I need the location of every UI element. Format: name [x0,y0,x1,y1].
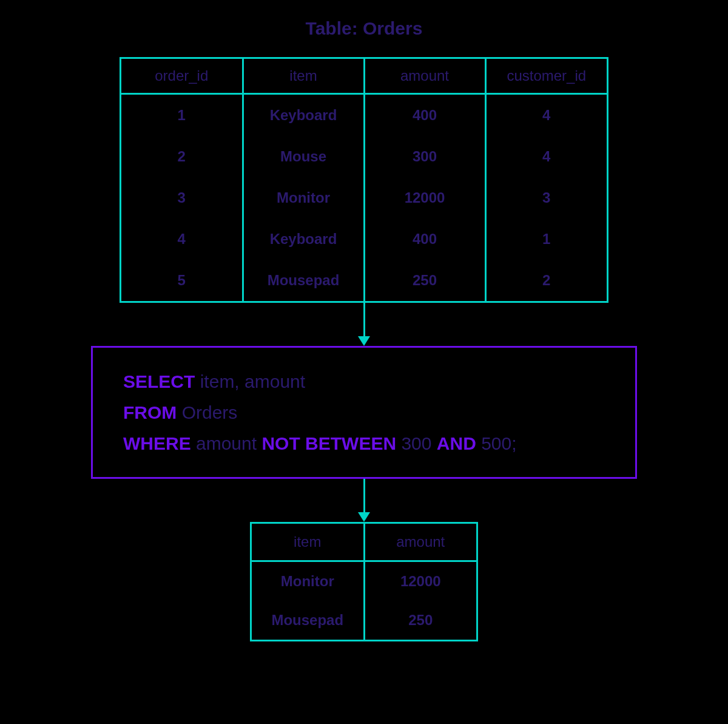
col-amount: amount [364,59,485,94]
cell: Monitor [252,561,364,601]
table-row: 3 Monitor 12000 3 [121,177,607,218]
kw-and: AND [437,433,476,453]
cell: Keyboard [243,218,364,260]
table-row: Monitor 12000 [252,561,476,601]
kw-select: SELECT [123,371,195,391]
cell: Mousepad [243,260,364,301]
table-title: Table: Orders [306,18,423,39]
cell: Mouse [243,136,364,177]
result-table: item amount Monitor 12000 Mousepad 250 [252,524,476,640]
cell: 400 [364,94,485,137]
res-col-item: item [252,524,364,561]
cell: 3 [121,177,243,218]
cell: Mousepad [252,601,364,640]
res-col-amount: amount [364,524,476,561]
cell: 300 [364,136,485,177]
sql-query-box: SELECT item, amount FROM Orders WHERE am… [91,346,637,479]
cell: Monitor [243,177,364,218]
table-row: 2 Mouse 300 4 [121,136,607,177]
sql-line-1: SELECT item, amount [123,366,605,397]
kw-from: FROM [123,402,177,422]
cell: Keyboard [243,94,364,137]
sql-line-3: WHERE amount NOT BETWEEN 300 AND 500; [123,428,605,459]
select-cols: item, amount [195,371,305,391]
table-row: 4 Keyboard 400 1 [121,218,607,260]
cell: 12000 [364,561,476,601]
col-order-id: order_id [121,59,243,94]
table-row: 1 Keyboard 400 4 [121,94,607,137]
sql-line-2: FROM Orders [123,397,605,428]
col-item: item [243,59,364,94]
cell: 3 [485,177,607,218]
cell: 1 [121,94,243,137]
diagram-container: Table: Orders order_id item amount custo… [0,0,728,724]
cell: 1 [485,218,607,260]
cell: 250 [364,601,476,640]
where-col: amount [191,433,262,453]
val1: 300 [396,433,437,453]
cell: 250 [364,260,485,301]
result-header-row: item amount [252,524,476,561]
col-customer-id: customer_id [485,59,607,94]
arrow-down-icon [358,479,370,522]
table-row: Mousepad 250 [252,601,476,640]
orders-header-row: order_id item amount customer_id [121,59,607,94]
cell: 12000 [364,177,485,218]
table-row: 5 Mousepad 250 2 [121,260,607,301]
cell: 5 [121,260,243,301]
arrow-down-icon [358,303,370,346]
val2: 500; [476,433,517,453]
cell: 4 [485,136,607,177]
kw-where: WHERE [123,433,191,453]
orders-table-wrap: order_id item amount customer_id 1 Keybo… [120,57,608,303]
kw-not-between: NOT BETWEEN [261,433,396,453]
cell: 2 [121,136,243,177]
orders-table: order_id item amount customer_id 1 Keybo… [121,59,607,301]
from-table: Orders [177,402,237,422]
cell: 400 [364,218,485,260]
cell: 4 [485,94,607,137]
result-table-wrap: item amount Monitor 12000 Mousepad 250 [250,522,478,641]
cell: 4 [121,218,243,260]
cell: 2 [485,260,607,301]
